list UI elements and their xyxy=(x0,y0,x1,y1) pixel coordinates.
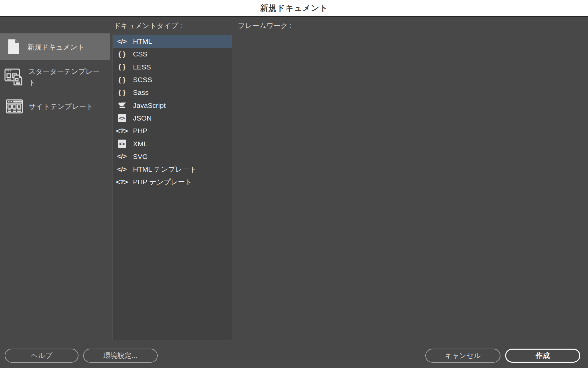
sidebar-item-label: サイトテンプレート xyxy=(29,101,93,112)
document-type-item-label: SVG xyxy=(133,153,148,161)
document-type-item-7[interactable]: <?>PHP xyxy=(113,125,232,137)
php-tag-icon: <?> xyxy=(116,127,128,135)
document-type-item-label: JSON xyxy=(133,114,152,122)
document-type-label: ドキュメントタイプ : xyxy=(114,21,182,30)
cancel-button[interactable]: キャンセル xyxy=(425,349,500,363)
code-tag-icon: </> xyxy=(116,166,128,173)
dialog-title: 新規ドキュメント xyxy=(260,3,328,13)
dialog-titlebar: 新規ドキュメント xyxy=(0,0,588,17)
document-type-item-2[interactable]: { }LESS xyxy=(113,61,232,73)
code-tag-icon: </> xyxy=(116,153,128,160)
new-document-dialog: 新規ドキュメント 新規ドキュメント xyxy=(0,0,588,368)
document-type-item-9[interactable]: </>SVG xyxy=(113,150,232,163)
code-tag-icon: </> xyxy=(116,38,128,45)
php-tag-icon: <?> xyxy=(116,178,128,186)
document-type-item-label: Sass xyxy=(133,88,149,97)
document-type-item-label: LESS xyxy=(133,63,151,71)
braces-icon: { } xyxy=(116,50,128,58)
document-type-item-3[interactable]: { }SCSS xyxy=(113,73,232,86)
braces-icon: { } xyxy=(116,63,128,71)
code-box-icon: <> xyxy=(116,140,128,148)
document-type-item-label: HTML xyxy=(133,37,152,45)
sidebar-item-new-document[interactable]: 新規ドキュメント xyxy=(0,33,110,60)
document-type-item-label: CSS xyxy=(133,50,147,58)
document-type-item-label: HTML テンプレート xyxy=(133,165,197,174)
document-type-item-label: SCSS xyxy=(133,76,152,84)
document-type-item-5[interactable]: JavaScript xyxy=(113,99,232,112)
sidebar-item-label: 新規ドキュメント xyxy=(27,41,85,52)
document-type-item-8[interactable]: <>XML xyxy=(113,137,232,150)
braces-icon: { } xyxy=(116,89,128,97)
preferences-button[interactable]: 環境設定... xyxy=(83,349,158,363)
document-type-item-label: PHP xyxy=(133,127,147,135)
create-button[interactable]: 作成 xyxy=(505,349,580,363)
document-type-item-10[interactable]: </>HTML テンプレート xyxy=(113,163,232,176)
document-type-item-label: PHP テンプレート xyxy=(133,177,192,187)
document-type-item-0[interactable]: </>HTML xyxy=(113,35,232,48)
scroll-icon xyxy=(116,102,128,109)
braces-icon: { } xyxy=(116,76,128,84)
site-template-icon xyxy=(6,99,23,114)
document-type-item-1[interactable]: { }CSS xyxy=(113,48,232,60)
help-button[interactable]: ヘルプ xyxy=(5,349,79,363)
document-type-item-11[interactable]: <?>PHP テンプレート xyxy=(113,176,232,188)
starter-template-icon xyxy=(4,67,23,86)
document-type-item-label: JavaScript xyxy=(133,102,166,110)
code-box-icon: <> xyxy=(116,114,128,122)
sidebar-item-site-templates[interactable]: サイトテンプレート xyxy=(0,98,110,114)
document-type-item-6[interactable]: <>JSON xyxy=(113,112,232,125)
document-type-item-4[interactable]: { }Sass xyxy=(113,86,232,99)
new-document-icon xyxy=(7,39,19,54)
sidebar-item-label: スターターテンプレート xyxy=(28,66,101,88)
document-type-item-label: XML xyxy=(133,140,147,148)
framework-label: フレームワーク : xyxy=(238,21,292,30)
sidebar-item-starter-templates[interactable]: スターターテンプレート xyxy=(0,62,110,91)
document-type-list: </>HTML{ }CSS{ }LESS{ }SCSS{ }SassJavaSc… xyxy=(113,34,232,340)
